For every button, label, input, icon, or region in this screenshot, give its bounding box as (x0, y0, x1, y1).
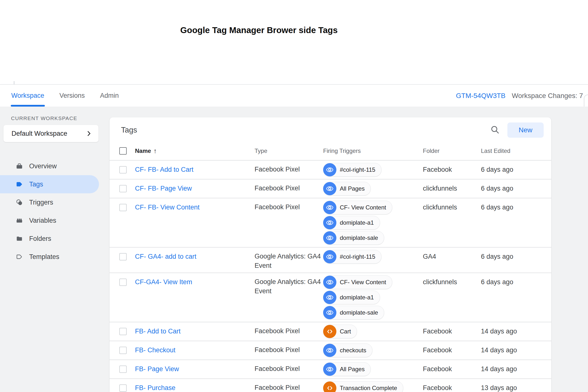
sidebar-item-label: Tags (29, 180, 43, 188)
sidebar-item-templates[interactable]: Templates (0, 248, 99, 266)
firing-trigger-badge[interactable]: domiplate-sale (323, 231, 384, 245)
new-tag-button[interactable]: New (508, 122, 544, 138)
firing-trigger-badge[interactable]: CF- View Content (323, 276, 392, 289)
table-row: CF-GA4- View ItemGoogle Analytics: GA4 E… (110, 272, 551, 322)
tag-name-link[interactable]: CF- FB- Page View (135, 182, 254, 195)
firing-trigger-badge[interactable]: All Pages (323, 362, 371, 376)
tag-name-link[interactable]: CF- FB- View Content (135, 201, 254, 214)
active-tab-underline (11, 105, 45, 106)
trigger-name: domiplate-sale (336, 234, 384, 241)
row-checkbox[interactable] (119, 204, 127, 211)
firing-trigger-badge[interactable]: Transaction Complete (323, 381, 403, 392)
tag-name-link[interactable]: FB- Add to Cart (135, 324, 254, 338)
firing-trigger-badge[interactable]: #col-right-115 (323, 163, 382, 177)
nav-tab-workspace[interactable]: Workspace (11, 85, 44, 106)
tag-name-link[interactable]: FB- Purchase (135, 381, 254, 392)
row-checkbox[interactable] (119, 253, 127, 260)
row-checkbox[interactable] (119, 347, 127, 354)
tag-last-edited: 13 days ago (481, 381, 551, 392)
pageview-icon (323, 291, 336, 304)
tag-folder: Facebook (423, 344, 481, 357)
firing-triggers-cell: checkouts (323, 344, 423, 357)
workspace-changes-label: Workspace Changes: 7 (512, 85, 583, 106)
variables-icon (16, 217, 23, 224)
row-checkbox[interactable] (119, 366, 127, 373)
column-header-type: Type (254, 148, 323, 154)
pageview-icon (323, 182, 336, 195)
tags-table-body: CF- FB- Add to CartFacebook Pixel#col-ri… (110, 161, 551, 392)
tag-folder: clickfunnels (423, 182, 481, 195)
firing-triggers-cell: All Pages (323, 182, 423, 196)
tag-last-edited: 14 days ago (481, 324, 551, 338)
pageview-icon (323, 231, 336, 244)
firing-trigger-badge[interactable]: domiplate-a1 (323, 216, 380, 230)
folder-icon (16, 235, 23, 242)
table-row: CF- FB- Add to CartFacebook Pixel#col-ri… (110, 161, 551, 179)
tag-type: Facebook Pixel (254, 163, 323, 174)
trigger-name: #col-right-115 (336, 166, 381, 173)
firing-trigger-badge[interactable]: CF- View Content (323, 201, 392, 214)
overview-icon (16, 162, 23, 170)
sidebar-item-triggers[interactable]: Triggers (0, 193, 99, 212)
tag-folder: GA4 (423, 250, 481, 263)
table-row: FB- CheckoutFacebook PixelcheckoutsFaceb… (110, 340, 551, 360)
firing-trigger-badge[interactable]: domiplate-sale (323, 306, 384, 320)
tag-type: Google Analytics: GA4 Event (254, 276, 323, 296)
row-checkbox[interactable] (119, 328, 127, 335)
tag-type: Facebook Pixel (254, 381, 323, 392)
nav-tab-versions[interactable]: Versions (60, 85, 85, 106)
select-all-checkbox[interactable] (119, 147, 127, 154)
firing-triggers-cell: Transaction Complete (323, 381, 423, 392)
column-header-folder: Folder (423, 148, 481, 154)
tag-icon (16, 180, 23, 188)
tag-folder: Facebook (423, 324, 481, 338)
pageview-icon (323, 201, 336, 214)
current-workspace-label: CURRENT WORKSPACE (11, 116, 77, 121)
trigger-name: checkouts (336, 347, 372, 354)
table-row: FB- Add to CartFacebook PixelCartFaceboo… (110, 322, 551, 340)
row-checkbox[interactable] (119, 278, 127, 286)
firing-trigger-badge[interactable]: All Pages (323, 182, 371, 196)
container-id-link[interactable]: GTM-54QW3TB (456, 85, 506, 106)
triggers-icon (16, 199, 23, 206)
column-header-last-edited: Last Edited (481, 148, 551, 154)
tag-last-edited: 6 days ago (481, 250, 551, 263)
sidebar-item-folders[interactable]: Folders (0, 230, 99, 248)
tag-type: Facebook Pixel (254, 362, 323, 374)
column-header-firing-triggers: Firing Triggers (323, 148, 423, 154)
tag-type: Facebook Pixel (254, 201, 323, 212)
pageview-icon (323, 250, 336, 264)
firing-trigger-badge[interactable]: checkouts (323, 344, 372, 357)
row-checkbox[interactable] (119, 185, 127, 192)
trigger-name: Cart (336, 328, 357, 335)
firing-trigger-badge[interactable]: domiplate-a1 (323, 290, 380, 304)
firing-trigger-badge[interactable]: Cart (323, 324, 357, 338)
tag-last-edited: 6 days ago (481, 163, 551, 176)
tag-folder: clickfunnels (423, 201, 481, 214)
table-row: FB- PurchaseFacebook PixelTransaction Co… (110, 378, 551, 392)
search-icon[interactable] (490, 125, 500, 134)
firing-triggers-cell: #col-right-115 (323, 163, 423, 177)
tag-folder: Facebook (423, 163, 481, 176)
trigger-name: #col-right-115 (336, 253, 381, 260)
column-header-name[interactable]: Name ↑ (135, 147, 254, 155)
custom-event-icon (323, 382, 336, 392)
row-checkbox[interactable] (119, 384, 127, 392)
tag-name-link[interactable]: CF- GA4- add to cart (135, 250, 254, 263)
firing-triggers-cell: CF- View Contentdomiplate-a1domiplate-sa… (323, 276, 423, 320)
firing-trigger-badge[interactable]: #col-right-115 (323, 250, 382, 264)
nav-tab-admin[interactable]: Admin (100, 85, 119, 106)
tag-name-link[interactable]: FB- Page View (135, 362, 254, 376)
firing-triggers-cell: All Pages (323, 362, 423, 376)
workspace-selector[interactable]: Default Workspace (4, 125, 98, 142)
sidebar-item-variables[interactable]: Variables (0, 212, 99, 230)
tag-name-link[interactable]: CF-GA4- View Item (135, 276, 254, 288)
sidebar-item-tags[interactable]: Tags (0, 175, 99, 193)
sidebar-item-overview[interactable]: Overview (0, 157, 99, 175)
tag-name-link[interactable]: FB- Checkout (135, 344, 254, 357)
row-checkbox[interactable] (119, 166, 127, 174)
tag-type: Google Analytics: GA4 Event (254, 250, 323, 270)
pageview-icon (323, 276, 336, 289)
tag-name-link[interactable]: CF- FB- Add to Cart (135, 163, 254, 176)
top-navigation-bar: WorkspaceVersionsAdmin GTM-54QW3TB Works… (0, 84, 588, 107)
